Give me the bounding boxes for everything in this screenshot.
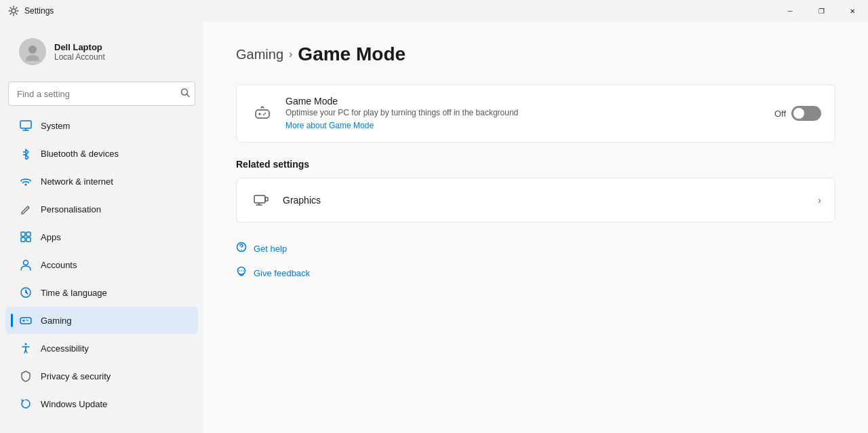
sidebar-item-label: Windows Update [41,399,107,409]
sidebar-item-label: Apps [41,232,61,242]
svg-line-4 [187,94,190,97]
sidebar-item-label: Privacy & security [41,371,111,381]
svg-point-2 [26,55,39,61]
svg-point-20 [27,320,28,322]
apps-icon [19,230,33,244]
sidebar-item-system[interactable]: System [5,112,198,139]
svg-point-10 [25,184,27,186]
svg-rect-13 [21,238,25,242]
breadcrumb-parent[interactable]: Gaming [236,47,283,62]
toggle-label: Off [774,109,786,119]
game-mode-link[interactable]: More about Game Mode [285,121,374,130]
minimize-button[interactable]: ─ [774,0,806,22]
svg-rect-12 [26,232,31,236]
help-section: Get help Give feedback [236,239,835,282]
sidebar-item-accessibility[interactable]: Accessibility [5,335,198,362]
user-profile[interactable]: Dell Laptop Local Account [5,27,198,76]
personalisation-icon [19,202,33,216]
sidebar-item-windows-update[interactable]: Windows Update [5,390,198,417]
sidebar-item-accounts[interactable]: Accounts [5,251,198,278]
sidebar-item-privacy[interactable]: Privacy & security [5,362,198,390]
game-mode-toggle[interactable] [791,106,821,121]
avatar-icon [23,42,42,61]
sidebar-item-label: Personalisation [41,204,101,214]
game-mode-card: Game Mode Optimise your PC for play by t… [236,84,835,143]
svg-rect-17 [20,318,31,324]
svg-point-0 [12,9,16,13]
network-icon [19,174,33,188]
sidebar-item-time[interactable]: Time & language [5,279,198,306]
svg-point-35 [239,270,240,271]
svg-rect-5 [20,121,31,128]
svg-point-1 [28,45,37,54]
graphics-setting-item[interactable]: Graphics › [236,178,835,223]
user-name: Dell Laptop [54,42,105,52]
search-icon [180,88,190,98]
titlebar: Settings ─ ❐ ✕ [0,0,868,22]
svg-point-26 [264,113,266,114]
breadcrumb-separator: › [289,48,292,60]
get-help-link[interactable]: Get help [236,239,835,258]
give-feedback-icon [236,266,247,280]
search-container [8,81,195,106]
game-mode-setting-row: Game Mode Optimise your PC for play by t… [237,85,835,142]
user-info: Dell Laptop Local Account [54,42,105,62]
get-help-icon [236,242,247,255]
svg-rect-11 [21,232,25,236]
svg-rect-29 [265,197,268,201]
give-feedback-link[interactable]: Give feedback [236,263,835,282]
breadcrumb: Gaming › Game Mode [236,43,835,65]
update-icon [19,397,33,411]
page-title: Game Mode [298,43,406,65]
related-settings-section: Related settings Graphics › [236,159,835,223]
give-feedback-label: Give feedback [254,268,310,278]
sidebar-item-label: Accessibility [41,343,89,354]
get-help-label: Get help [254,244,287,254]
game-mode-icon [254,105,271,121]
svg-point-33 [241,249,242,250]
sidebar-item-label: Time & language [41,288,107,298]
sidebar: Dell Laptop Local Account [0,22,203,433]
user-account-type: Local Account [54,52,105,62]
svg-point-22 [25,343,27,345]
game-mode-toggle-container: Off [774,106,821,121]
sidebar-item-network[interactable]: Network & internet [5,168,198,195]
privacy-icon [19,369,33,383]
svg-point-37 [243,270,244,271]
titlebar-title: Settings [24,6,54,16]
bluetooth-icon [19,147,33,160]
svg-rect-23 [256,110,269,118]
graphics-icon [250,189,272,211]
graphics-label: Graphics [283,195,807,206]
svg-point-36 [241,270,242,271]
svg-rect-28 [254,195,265,203]
sidebar-item-label: Gaming [41,316,72,326]
game-mode-text: Game Mode Optimise your PC for play by t… [285,96,764,131]
titlebar-left: Settings [8,5,54,16]
maximize-button[interactable]: ❐ [806,0,837,22]
sidebar-item-label: Bluetooth & devices [41,149,119,159]
time-icon [19,286,33,299]
svg-point-21 [26,320,28,321]
app-container: Dell Laptop Local Account [0,22,868,433]
accessibility-icon [19,341,33,355]
search-button[interactable] [180,88,190,100]
close-button[interactable]: ✕ [837,0,868,22]
sidebar-item-label: Accounts [41,260,77,270]
sidebar-item-bluetooth[interactable]: Bluetooth & devices [5,140,198,167]
main-content: Gaming › Game Mode Game Mode [203,22,868,433]
sidebar-item-gaming[interactable]: Gaming [5,307,198,334]
game-mode-description: Optimise your PC for play by turning thi… [285,108,764,117]
related-settings-title: Related settings [236,159,835,170]
game-mode-icon-wrap [250,101,275,126]
svg-point-27 [263,114,264,115]
sidebar-item-personalisation[interactable]: Personalisation [5,195,198,223]
accounts-icon [19,258,33,271]
system-icon [19,119,33,132]
sidebar-item-label: Network & internet [41,176,113,187]
search-input[interactable] [8,81,195,106]
sidebar-item-label: System [41,121,70,131]
avatar [19,38,46,65]
svg-rect-14 [26,238,31,242]
sidebar-item-apps[interactable]: Apps [5,223,198,250]
